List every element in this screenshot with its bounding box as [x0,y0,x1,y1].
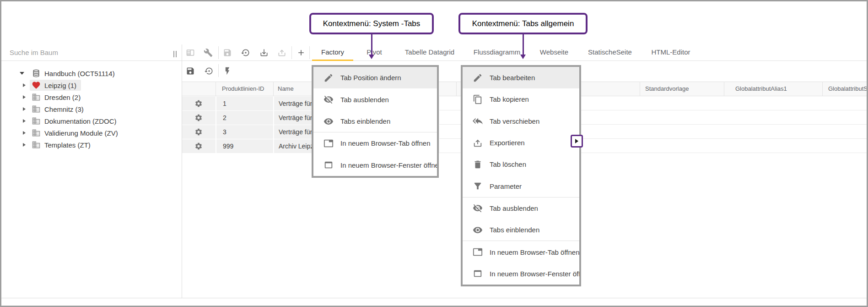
gear-icon[interactable] [194,99,203,108]
column-divider [216,82,216,96]
eye-icon [473,225,483,235]
menu-item-tab-verschieben[interactable]: Tab verschieben [463,110,579,132]
download-icon [259,48,269,57]
menu-item-label: Tab ausblenden [340,96,389,104]
expand-arrow-icon[interactable] [23,143,27,147]
expand-arrow-icon[interactable] [23,95,27,99]
column-divider [456,82,457,96]
tree-item-label: Dresden (2) [44,93,81,101]
flash-button[interactable] [221,62,234,80]
save-icon [223,48,232,57]
menu-item-tab-bearbeiten[interactable]: Tab bearbeiten [463,67,579,88]
tab-pivot[interactable]: Pivot [357,44,391,61]
cell-produktlinien-id: 3 [216,125,273,139]
tab-factory[interactable]: Factory [312,44,353,61]
sidebar-panel-button[interactable] [183,44,197,61]
menu-item-label: Tab löschen [490,160,526,168]
column-divider [640,82,640,96]
filter-icon [473,181,483,191]
menu-item-browser-fenster-oeffnen[interactable]: In neuem Browser-Fenster öffnen [313,154,437,176]
menu-item-browser-tab-oeffnen[interactable]: In neuem Browser-Tab öffnen [463,241,579,263]
submenu-arrow-button[interactable] [571,135,583,148]
tab-html-editor[interactable]: HTML-Editor [642,44,699,61]
gear-icon[interactable] [194,142,203,150]
menu-item-label: Tab bearbeiten [490,74,535,82]
cell-produktlinien-id: 1 [216,97,273,110]
menu-item-label: Parameter [490,182,522,190]
menu-item-label: In neuem Browser-Tab öffnen [340,139,431,147]
grid-header-globalattributso[interactable]: GlobalattributSo [828,82,868,96]
grid-header-globalattributalias1[interactable]: GlobalattributAlias1 [735,82,787,96]
menu-item-label: Tab Position ändern [340,74,401,82]
tab-tabelle-datagrid[interactable]: Tabelle Datagrid [396,44,464,61]
grid-save-button[interactable] [183,62,197,80]
expand-arrow-icon[interactable] [23,83,27,87]
tab-webseite[interactable]: Webseite [531,44,577,61]
pencil-icon [473,73,483,83]
menu-item-tabs-einblenden[interactable]: Tabs einblenden [463,219,579,241]
expand-arrow-icon[interactable] [23,119,27,123]
menu-item-label: In neuem Browser-Tab öffnen [490,248,579,256]
menu-item-browser-fenster-oeffnen[interactable]: In neuem Browser-Fenster öffnen [463,263,579,285]
grid-header-name[interactable]: Name [278,82,294,96]
gear-icon[interactable] [194,128,203,136]
tree-search-bar [1,44,182,61]
save-button[interactable] [221,44,234,61]
tree-item-chemnitz[interactable]: Chemnitz (3) [1,103,180,115]
add-tab-button[interactable] [294,44,308,61]
menu-item-tab-ausblenden[interactable]: Tab ausblenden [313,88,437,110]
menu-item-parameter[interactable]: Parameter [463,175,579,197]
grid-restore-button[interactable] [202,62,216,80]
trash-icon [473,159,483,170]
toolbar-separator [291,46,292,59]
tree-item-leipzig[interactable]: Leipzig (1) [1,79,180,91]
restore-icon [241,48,250,57]
database-icon [32,69,41,78]
tree-item-label: Validierung Module (ZV) [44,129,118,137]
tree-item-dokumentation[interactable]: Dokumentation (ZDOC) [1,115,180,127]
upload-icon [277,48,286,57]
tree-item-label: Handbuch (OCT51114) [44,70,115,77]
menu-item-tab-ausblenden[interactable]: Tab ausblenden [463,197,579,219]
column-divider [273,82,274,96]
menu-item-exportieren[interactable]: Exportieren [463,132,579,154]
panel-resize-handle[interactable] [173,51,177,57]
callout-arrow-line [371,34,372,55]
expand-arrow-icon[interactable] [23,131,27,135]
cell-produktlinien-id: 999 [216,139,273,153]
grid-header-standardvorlage[interactable]: Standardvorlage [645,82,689,96]
settings-wrench-button[interactable] [201,44,215,61]
plus-icon [297,48,306,57]
panel-divider [182,44,182,298]
building-icon [32,128,41,137]
tree-item-templates[interactable]: Templates (ZT) [1,139,180,151]
building-icon [32,140,41,149]
collapse-arrow-icon[interactable] [20,72,24,75]
download-button[interactable] [257,44,271,61]
pencil-icon [323,73,334,83]
eye-off-icon [323,94,334,104]
tree-item-label: Leipzig (1) [44,82,76,89]
expand-arrow-icon[interactable] [23,107,27,111]
tree-item-label: Templates (ZT) [44,141,91,149]
tree-item-validierung-module[interactable]: Validierung Module (ZV) [1,127,180,139]
tab-flussdiagramm[interactable]: Flussdiagramm [464,44,530,61]
tree-item-label: Dokumentation (ZDOC) [44,117,117,125]
column-divider [724,82,724,96]
menu-item-browser-tab-oeffnen[interactable]: In neuem Browser-Tab öffnen [313,132,437,154]
menu-item-tab-loeschen[interactable]: Tab löschen [463,154,579,175]
menu-item-label: Tab verschieben [490,117,539,125]
wrench-icon [204,48,213,57]
tree-item-handbuch[interactable]: Handbuch (OCT51114) [1,67,180,79]
gear-icon[interactable] [194,114,203,122]
tree-item-dresden[interactable]: Dresden (2) [1,91,180,103]
menu-item-label: Tabs einblenden [490,226,539,234]
tab-statischeseite[interactable]: StatischeSeite [579,44,641,61]
menu-item-tabs-einblenden[interactable]: Tabs einblenden [313,110,437,132]
search-input[interactable] [1,44,166,60]
menu-item-tab-kopieren[interactable]: Tab kopieren [463,88,579,110]
upload-button[interactable] [275,44,289,61]
menu-item-tab-position-aendern[interactable]: Tab Position ändern [313,67,437,88]
grid-header-produktlinien-id[interactable]: Produktlinien-ID [222,82,264,96]
restore-button[interactable] [239,44,253,61]
